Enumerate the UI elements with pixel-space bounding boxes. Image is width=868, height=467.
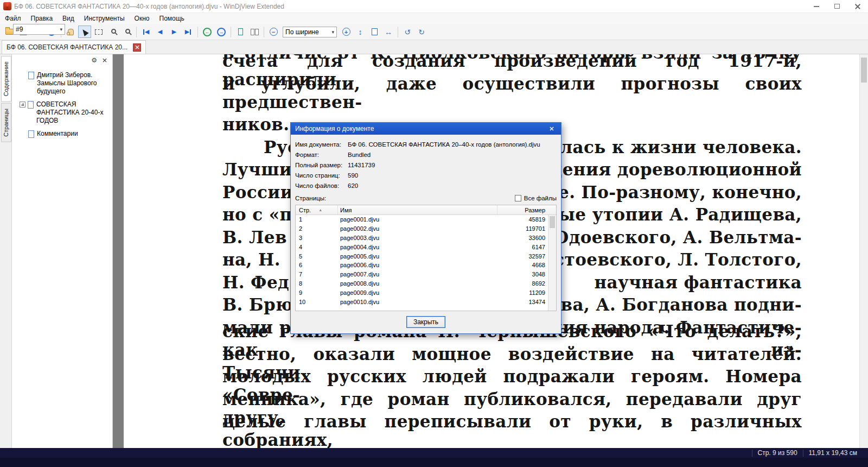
page-number-combo[interactable]: #9▾ <box>13 24 65 35</box>
dialog-title-bar[interactable]: Информация о документе <box>291 123 561 135</box>
fit-height-button[interactable]: ↕ <box>354 26 367 38</box>
checkbox-icon <box>515 195 521 201</box>
next-page-button[interactable]: ▶ <box>168 26 181 38</box>
prev-page-button[interactable]: ◀ <box>154 26 167 38</box>
close-icon <box>855 4 860 9</box>
zoom-in-button[interactable]: + <box>340 26 353 38</box>
outline-item-label: Комментарии <box>37 130 78 138</box>
page-row[interactable]: 3page0003.djvu33600 <box>296 234 556 243</box>
close-dialog-button[interactable]: Закрыть <box>406 316 445 328</box>
page-row[interactable]: 7page0007.djvu3048 <box>296 270 556 279</box>
fit-page-icon <box>372 28 378 35</box>
single-page-layout-button[interactable] <box>234 26 247 38</box>
document-tab[interactable]: БФ 06. СОВЕТСКАЯ ФАНТАСТИКА 20... <box>2 40 146 54</box>
menu-tools[interactable]: Инструменты <box>79 13 130 24</box>
close-button[interactable] <box>847 0 868 12</box>
zoom-out-button[interactable]: − <box>267 26 280 38</box>
dialog-title: Информация о документе <box>295 125 374 132</box>
column-header-size[interactable]: Размер <box>497 207 547 213</box>
fit-width-icon: ↔ <box>385 28 392 36</box>
zoom-mode-combo[interactable]: По ширине▾ <box>283 27 337 37</box>
panel-close-icon[interactable] <box>103 58 106 62</box>
menu-file[interactable]: Файл <box>0 13 26 24</box>
fit-page-button[interactable] <box>368 26 381 38</box>
rotate-left-button[interactable]: ↺ <box>401 26 414 38</box>
pan-tool-button[interactable] <box>64 26 77 38</box>
page-row[interactable]: 10page0010.djvu13474 <box>296 297 556 306</box>
menu-bar: Файл Правка Вид Инструменты Окно Помощь <box>0 13 868 24</box>
all-files-checkbox[interactable]: Все файлы <box>515 195 557 201</box>
field-value: 590 <box>348 172 358 179</box>
scrollbar-thumb[interactable] <box>550 216 555 228</box>
chevron-down-icon: ▾ <box>331 29 334 35</box>
app-icon <box>3 2 11 10</box>
expand-plus-icon[interactable] <box>20 102 25 108</box>
list-body: 1page0001.djvu45819 2page0002.djvu119701… <box>296 215 556 306</box>
field-value: 11431739 <box>348 162 375 168</box>
facing-pages-layout-button[interactable] <box>248 26 261 38</box>
field-value: 620 <box>348 182 358 189</box>
window-controls <box>806 0 868 12</box>
maximize-icon <box>834 4 840 9</box>
menu-window[interactable]: Окно <box>130 13 155 24</box>
window-title: БФ 06. СОВЕТСКАЯ ФАНТАСТИКА 20—40-х годо… <box>14 3 284 10</box>
page-row[interactable]: 4page0004.djvu6147 <box>296 242 556 251</box>
tab-bar: БФ 06. СОВЕТСКАЯ ФАНТАСТИКА 20... <box>0 40 868 54</box>
page-row[interactable]: 8page0008.djvu8692 <box>296 279 556 288</box>
gear-icon[interactable]: ⚙ <box>91 57 97 64</box>
page-row[interactable]: 1page0001.djvu45819 <box>296 215 556 224</box>
rect-select-tool-button[interactable] <box>92 26 105 38</box>
field-label: Число файлов: <box>295 182 348 189</box>
column-header-page[interactable]: Стр.▲ <box>296 205 338 214</box>
fit-width-button[interactable]: ↔ <box>382 26 395 38</box>
field-label: Число страниц: <box>295 172 348 179</box>
title-bar: БФ 06. СОВЕТСКАЯ ФАНТАСТИКА 20—40-х годо… <box>0 0 868 13</box>
document-tab-label: БФ 06. СОВЕТСКАЯ ФАНТАСТИКА 20... <box>7 43 127 51</box>
toolbar: ? ◀ ◀ #9▾ ▶ ▶ ← → − По ширине▾ + ↕ ↔ ↺ ↻ <box>0 24 868 40</box>
first-page-icon <box>143 29 144 35</box>
hand-icon <box>68 29 74 35</box>
menu-edit[interactable]: Правка <box>26 13 58 24</box>
sidebar-tab-pages[interactable]: Страницы <box>1 103 11 142</box>
rotate-right-button[interactable]: ↻ <box>415 26 428 38</box>
outline-item-ziberov[interactable]: Дмитрий Зиберов. Замыслы Шарового будуще… <box>12 71 112 96</box>
facing-pages-icon <box>251 29 259 35</box>
last-page-button[interactable]: ▶ <box>182 26 195 38</box>
select-tool-button[interactable] <box>78 26 91 38</box>
scrollbar-thumb[interactable] <box>861 58 867 83</box>
page-row[interactable]: 5page0005.djvu32597 <box>296 251 556 261</box>
page-row[interactable]: 9page0009.djvu11209 <box>296 288 556 297</box>
menu-view[interactable]: Вид <box>58 13 79 24</box>
list-scrollbar[interactable] <box>548 215 556 311</box>
last-page-icon <box>190 29 191 35</box>
status-bar: Стр. 9 из 590 11,91 x 19,43 см <box>0 448 868 458</box>
sort-asc-icon: ▲ <box>318 208 322 212</box>
zoom-in-tool-button[interactable] <box>120 26 133 38</box>
maximize-button[interactable] <box>827 0 847 12</box>
next-arrow-icon: ▶ <box>172 29 176 35</box>
sidebar-tab-contents[interactable]: Содержание <box>1 56 11 102</box>
contents-panel: ⚙ Дмитрий Зиберов. Замыслы Шарового буду… <box>12 54 113 448</box>
outline-item-sovetskaya-fantastika[interactable]: СОВЕТСКАЯ ФАНТАСТИКА 20-40-х ГОДОВ <box>12 100 112 125</box>
page-row[interactable]: 2page0002.djvu119701 <box>296 224 556 234</box>
back-button[interactable]: ← <box>201 26 214 38</box>
zoom-in-icon: + <box>342 28 350 36</box>
column-header-name[interactable]: Имя <box>338 205 497 214</box>
magnifier-icon <box>111 29 116 34</box>
dialog-close-button[interactable] <box>547 124 557 133</box>
vertical-scrollbar[interactable] <box>859 54 868 448</box>
minimize-button[interactable] <box>806 0 827 12</box>
rotate-right-icon: ↻ <box>418 28 425 36</box>
toolbar-separator <box>197 27 198 37</box>
menu-help[interactable]: Помощь <box>155 13 189 24</box>
next-arrow-icon: ▶ <box>185 29 189 35</box>
outline-item-kommentarii[interactable]: Комментарии <box>12 130 112 138</box>
folder-icon <box>5 29 14 35</box>
page-row[interactable]: 6page0006.djvu4668 <box>296 261 556 270</box>
zoom-out-tool-button[interactable] <box>106 26 119 38</box>
tab-close-button[interactable] <box>133 43 141 52</box>
first-page-button[interactable]: ◀ <box>139 26 152 38</box>
forward-button[interactable]: → <box>215 26 228 38</box>
contents-panel-header: ⚙ <box>12 54 112 66</box>
status-page-size: 11,91 x 19,43 см <box>803 449 863 457</box>
